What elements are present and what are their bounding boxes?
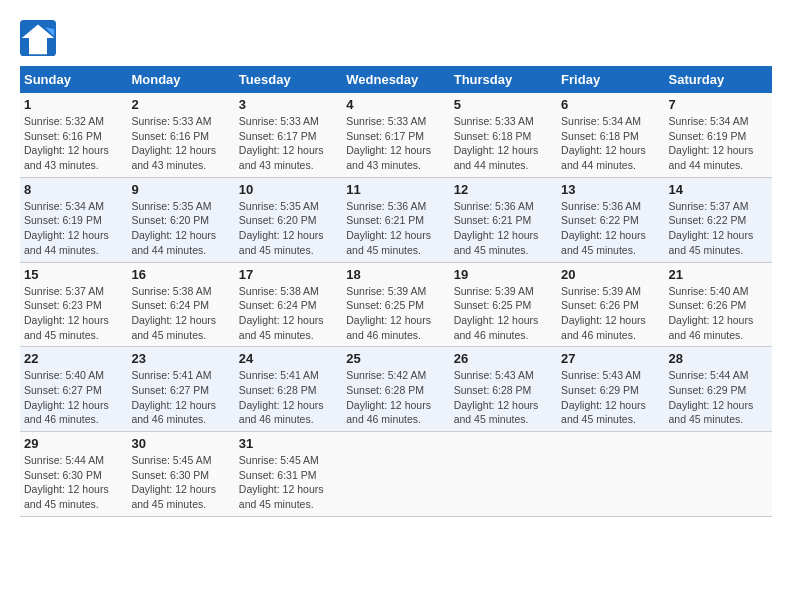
day-number: 20 xyxy=(561,267,660,282)
day-detail: Sunrise: 5:43 AM Sunset: 6:28 PM Dayligh… xyxy=(454,368,553,427)
calendar-cell: 14Sunrise: 5:37 AM Sunset: 6:22 PM Dayli… xyxy=(665,177,772,262)
day-detail: Sunrise: 5:36 AM Sunset: 6:21 PM Dayligh… xyxy=(454,199,553,258)
day-detail: Sunrise: 5:33 AM Sunset: 6:17 PM Dayligh… xyxy=(346,114,445,173)
day-number: 14 xyxy=(669,182,768,197)
day-detail: Sunrise: 5:37 AM Sunset: 6:23 PM Dayligh… xyxy=(24,284,123,343)
day-detail: Sunrise: 5:33 AM Sunset: 6:17 PM Dayligh… xyxy=(239,114,338,173)
header-cell-tuesday: Tuesday xyxy=(235,66,342,93)
day-number: 5 xyxy=(454,97,553,112)
day-number: 24 xyxy=(239,351,338,366)
calendar-header: SundayMondayTuesdayWednesdayThursdayFrid… xyxy=(20,66,772,93)
logo xyxy=(20,20,60,56)
header-cell-monday: Monday xyxy=(127,66,234,93)
day-detail: Sunrise: 5:39 AM Sunset: 6:25 PM Dayligh… xyxy=(454,284,553,343)
calendar-cell: 23Sunrise: 5:41 AM Sunset: 6:27 PM Dayli… xyxy=(127,347,234,432)
day-detail: Sunrise: 5:34 AM Sunset: 6:18 PM Dayligh… xyxy=(561,114,660,173)
day-number: 9 xyxy=(131,182,230,197)
day-number: 15 xyxy=(24,267,123,282)
day-number: 30 xyxy=(131,436,230,451)
day-number: 13 xyxy=(561,182,660,197)
header-cell-saturday: Saturday xyxy=(665,66,772,93)
day-number: 25 xyxy=(346,351,445,366)
calendar-cell: 12Sunrise: 5:36 AM Sunset: 6:21 PM Dayli… xyxy=(450,177,557,262)
day-detail: Sunrise: 5:39 AM Sunset: 6:25 PM Dayligh… xyxy=(346,284,445,343)
day-number: 10 xyxy=(239,182,338,197)
day-number: 12 xyxy=(454,182,553,197)
day-detail: Sunrise: 5:36 AM Sunset: 6:21 PM Dayligh… xyxy=(346,199,445,258)
day-detail: Sunrise: 5:33 AM Sunset: 6:16 PM Dayligh… xyxy=(131,114,230,173)
logo-icon xyxy=(20,20,56,56)
calendar-cell: 13Sunrise: 5:36 AM Sunset: 6:22 PM Dayli… xyxy=(557,177,664,262)
day-number: 31 xyxy=(239,436,338,451)
calendar-cell: 8Sunrise: 5:34 AM Sunset: 6:19 PM Daylig… xyxy=(20,177,127,262)
calendar-cell xyxy=(665,432,772,517)
day-detail: Sunrise: 5:40 AM Sunset: 6:26 PM Dayligh… xyxy=(669,284,768,343)
calendar-cell: 7Sunrise: 5:34 AM Sunset: 6:19 PM Daylig… xyxy=(665,93,772,177)
day-number: 4 xyxy=(346,97,445,112)
day-detail: Sunrise: 5:34 AM Sunset: 6:19 PM Dayligh… xyxy=(669,114,768,173)
calendar-cell: 2Sunrise: 5:33 AM Sunset: 6:16 PM Daylig… xyxy=(127,93,234,177)
calendar-cell: 27Sunrise: 5:43 AM Sunset: 6:29 PM Dayli… xyxy=(557,347,664,432)
day-number: 1 xyxy=(24,97,123,112)
header-cell-thursday: Thursday xyxy=(450,66,557,93)
day-detail: Sunrise: 5:33 AM Sunset: 6:18 PM Dayligh… xyxy=(454,114,553,173)
calendar-cell: 3Sunrise: 5:33 AM Sunset: 6:17 PM Daylig… xyxy=(235,93,342,177)
calendar-cell: 22Sunrise: 5:40 AM Sunset: 6:27 PM Dayli… xyxy=(20,347,127,432)
calendar-cell xyxy=(450,432,557,517)
day-number: 7 xyxy=(669,97,768,112)
day-detail: Sunrise: 5:43 AM Sunset: 6:29 PM Dayligh… xyxy=(561,368,660,427)
day-number: 19 xyxy=(454,267,553,282)
day-number: 8 xyxy=(24,182,123,197)
header-cell-friday: Friday xyxy=(557,66,664,93)
day-number: 2 xyxy=(131,97,230,112)
calendar-cell: 6Sunrise: 5:34 AM Sunset: 6:18 PM Daylig… xyxy=(557,93,664,177)
calendar-cell: 30Sunrise: 5:45 AM Sunset: 6:30 PM Dayli… xyxy=(127,432,234,517)
calendar-cell: 17Sunrise: 5:38 AM Sunset: 6:24 PM Dayli… xyxy=(235,262,342,347)
day-number: 29 xyxy=(24,436,123,451)
calendar-cell xyxy=(342,432,449,517)
day-detail: Sunrise: 5:45 AM Sunset: 6:30 PM Dayligh… xyxy=(131,453,230,512)
week-row: 8Sunrise: 5:34 AM Sunset: 6:19 PM Daylig… xyxy=(20,177,772,262)
day-detail: Sunrise: 5:38 AM Sunset: 6:24 PM Dayligh… xyxy=(131,284,230,343)
calendar-cell: 29Sunrise: 5:44 AM Sunset: 6:30 PM Dayli… xyxy=(20,432,127,517)
day-detail: Sunrise: 5:37 AM Sunset: 6:22 PM Dayligh… xyxy=(669,199,768,258)
day-detail: Sunrise: 5:39 AM Sunset: 6:26 PM Dayligh… xyxy=(561,284,660,343)
day-number: 17 xyxy=(239,267,338,282)
day-number: 26 xyxy=(454,351,553,366)
header-cell-wednesday: Wednesday xyxy=(342,66,449,93)
day-number: 16 xyxy=(131,267,230,282)
day-detail: Sunrise: 5:35 AM Sunset: 6:20 PM Dayligh… xyxy=(239,199,338,258)
calendar-cell: 15Sunrise: 5:37 AM Sunset: 6:23 PM Dayli… xyxy=(20,262,127,347)
calendar-cell: 11Sunrise: 5:36 AM Sunset: 6:21 PM Dayli… xyxy=(342,177,449,262)
calendar-cell: 26Sunrise: 5:43 AM Sunset: 6:28 PM Dayli… xyxy=(450,347,557,432)
calendar-cell: 18Sunrise: 5:39 AM Sunset: 6:25 PM Dayli… xyxy=(342,262,449,347)
day-detail: Sunrise: 5:44 AM Sunset: 6:30 PM Dayligh… xyxy=(24,453,123,512)
calendar-cell: 28Sunrise: 5:44 AM Sunset: 6:29 PM Dayli… xyxy=(665,347,772,432)
calendar-cell: 20Sunrise: 5:39 AM Sunset: 6:26 PM Dayli… xyxy=(557,262,664,347)
day-number: 27 xyxy=(561,351,660,366)
calendar-cell: 24Sunrise: 5:41 AM Sunset: 6:28 PM Dayli… xyxy=(235,347,342,432)
header-cell-sunday: Sunday xyxy=(20,66,127,93)
week-row: 29Sunrise: 5:44 AM Sunset: 6:30 PM Dayli… xyxy=(20,432,772,517)
calendar-cell: 9Sunrise: 5:35 AM Sunset: 6:20 PM Daylig… xyxy=(127,177,234,262)
day-detail: Sunrise: 5:42 AM Sunset: 6:28 PM Dayligh… xyxy=(346,368,445,427)
calendar-cell: 1Sunrise: 5:32 AM Sunset: 6:16 PM Daylig… xyxy=(20,93,127,177)
day-detail: Sunrise: 5:41 AM Sunset: 6:27 PM Dayligh… xyxy=(131,368,230,427)
day-number: 11 xyxy=(346,182,445,197)
calendar-cell xyxy=(557,432,664,517)
calendar-cell: 16Sunrise: 5:38 AM Sunset: 6:24 PM Dayli… xyxy=(127,262,234,347)
week-row: 15Sunrise: 5:37 AM Sunset: 6:23 PM Dayli… xyxy=(20,262,772,347)
calendar-cell: 21Sunrise: 5:40 AM Sunset: 6:26 PM Dayli… xyxy=(665,262,772,347)
day-number: 6 xyxy=(561,97,660,112)
day-number: 22 xyxy=(24,351,123,366)
day-detail: Sunrise: 5:34 AM Sunset: 6:19 PM Dayligh… xyxy=(24,199,123,258)
calendar-cell: 31Sunrise: 5:45 AM Sunset: 6:31 PM Dayli… xyxy=(235,432,342,517)
calendar-table: SundayMondayTuesdayWednesdayThursdayFrid… xyxy=(20,66,772,517)
header-row: SundayMondayTuesdayWednesdayThursdayFrid… xyxy=(20,66,772,93)
calendar-cell: 19Sunrise: 5:39 AM Sunset: 6:25 PM Dayli… xyxy=(450,262,557,347)
week-row: 22Sunrise: 5:40 AM Sunset: 6:27 PM Dayli… xyxy=(20,347,772,432)
day-detail: Sunrise: 5:32 AM Sunset: 6:16 PM Dayligh… xyxy=(24,114,123,173)
day-number: 23 xyxy=(131,351,230,366)
day-detail: Sunrise: 5:44 AM Sunset: 6:29 PM Dayligh… xyxy=(669,368,768,427)
day-detail: Sunrise: 5:36 AM Sunset: 6:22 PM Dayligh… xyxy=(561,199,660,258)
